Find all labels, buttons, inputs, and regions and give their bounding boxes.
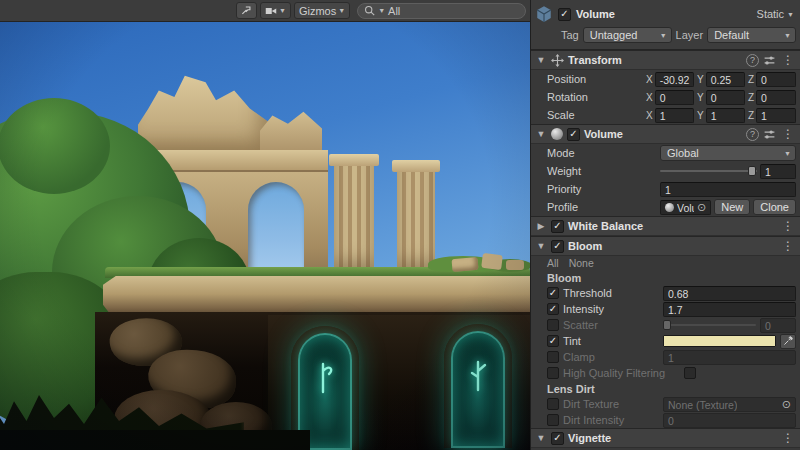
position-z-field[interactable]: 0 — [756, 72, 796, 87]
tree-canopy-top — [0, 98, 110, 194]
dirt-intensity-override-checkbox[interactable]: ✓ — [547, 414, 559, 426]
volume-title[interactable]: Volume — [584, 128, 742, 140]
threshold-override-checkbox[interactable]: ✓ — [547, 287, 559, 299]
axis-y-label: Y — [697, 92, 704, 103]
inspector-panel: ✓ Volume Static ▼ Tag Untagged▼ Layer De… — [530, 0, 800, 450]
foldout-open-icon[interactable]: ▼ — [535, 433, 547, 443]
tag-dropdown[interactable]: Untagged▼ — [583, 27, 672, 43]
stone-ledge — [103, 276, 530, 316]
vignette-enabled-checkbox[interactable]: ✓ — [551, 432, 564, 445]
position-row: Position X-30.92 Y0.25 Z0 — [531, 70, 800, 88]
more-menu-icon[interactable]: ⋮ — [780, 127, 796, 141]
check-icon: ✓ — [553, 221, 561, 231]
presets-icon[interactable] — [763, 128, 776, 141]
vignette-header[interactable]: ▼ ✓ Vignette ⋮ — [531, 428, 800, 448]
mode-dropdown[interactable]: Global▼ — [660, 145, 796, 161]
scene-view[interactable]: ▼ Gizmos ▼ ▼ All — [0, 0, 530, 450]
intensity-field[interactable]: 1.7 — [663, 302, 796, 317]
axis-x-label: X — [646, 74, 653, 85]
transform-title[interactable]: Transform — [568, 54, 742, 66]
scene-viewport[interactable] — [0, 0, 530, 450]
bloom-title[interactable]: Bloom — [568, 240, 776, 252]
priority-label: Priority — [547, 183, 657, 195]
axis-y-label: Y — [697, 74, 704, 85]
white-balance-header[interactable]: ▶ ✓ White Balance ⋮ — [531, 216, 800, 236]
help-icon[interactable]: ? — [746, 128, 759, 141]
axis-z-label: Z — [748, 92, 754, 103]
position-y-field[interactable]: 0.25 — [706, 72, 745, 87]
help-icon[interactable]: ? — [746, 54, 759, 67]
check-icon: ✓ — [549, 304, 557, 314]
dirt-texture-object-field: None (Texture) ⊙ — [663, 397, 796, 412]
scale-y-field[interactable]: 1 — [706, 108, 745, 123]
scatter-override-checkbox[interactable]: ✓ — [547, 319, 559, 331]
volume-enabled-checkbox[interactable]: ✓ — [567, 128, 580, 141]
high-quality-filtering-row: ✓ High Quality Filtering ✓ — [531, 365, 800, 381]
new-profile-button[interactable]: New — [714, 199, 750, 215]
volume-component-header[interactable]: ▼ ✓ Volume ? ⋮ — [531, 124, 800, 144]
clamp-override-checkbox[interactable]: ✓ — [547, 351, 559, 363]
slider-thumb[interactable] — [748, 166, 756, 176]
all-button[interactable]: All — [547, 257, 559, 269]
white-balance-title[interactable]: White Balance — [568, 220, 776, 232]
rotation-z-field[interactable]: 0 — [756, 90, 796, 105]
vignette-title[interactable]: Vignette — [568, 432, 776, 444]
more-menu-icon[interactable]: ⋮ — [780, 219, 796, 233]
weight-slider[interactable] — [660, 164, 757, 178]
active-checkbox[interactable]: ✓ — [558, 8, 571, 21]
mode-label: Mode — [547, 147, 657, 159]
gizmos-dropdown[interactable]: Gizmos ▼ — [294, 2, 350, 19]
stone-column-right-1 — [334, 166, 374, 278]
tint-color-swatch[interactable] — [663, 335, 776, 347]
check-icon: ✓ — [553, 433, 561, 443]
foreground-dark-strip — [0, 430, 310, 450]
scene-tools-button[interactable] — [236, 2, 257, 19]
search-value: All — [388, 5, 519, 17]
foldout-closed-icon[interactable]: ▶ — [535, 221, 547, 231]
threshold-field[interactable]: 0.68 — [663, 286, 796, 301]
scale-z-field[interactable]: 1 — [756, 108, 796, 123]
weight-field[interactable]: 1 — [760, 164, 796, 179]
layer-dropdown[interactable]: Default▼ — [707, 27, 796, 43]
weight-label: Weight — [547, 165, 657, 177]
bloom-enabled-checkbox[interactable]: ✓ — [551, 240, 564, 253]
presets-icon[interactable] — [763, 54, 776, 67]
hqf-override-checkbox[interactable]: ✓ — [547, 367, 559, 379]
more-menu-icon[interactable]: ⋮ — [780, 53, 796, 67]
foldout-open-icon[interactable]: ▼ — [535, 241, 547, 251]
check-icon: ✓ — [686, 368, 694, 378]
scale-x-field[interactable]: 1 — [655, 108, 694, 123]
weight-row: Weight 1 — [531, 162, 800, 180]
axis-x-label: X — [646, 92, 653, 103]
hqf-value-checkbox: ✓ — [684, 367, 696, 379]
scatter-field: 0 — [760, 318, 796, 333]
transform-header[interactable]: ▼ Transform ? ⋮ — [531, 50, 800, 70]
eyedropper-icon[interactable] — [780, 334, 796, 349]
scene-camera-button[interactable]: ▼ — [260, 2, 291, 19]
object-picker-icon[interactable]: ⊙ — [697, 201, 706, 214]
bloom-header[interactable]: ▼ ✓ Bloom ⋮ — [531, 236, 800, 256]
tint-override-checkbox[interactable]: ✓ — [547, 335, 559, 347]
profile-object-field[interactable]: Volume_Gl ⊙ — [660, 200, 711, 215]
slider-thumb — [663, 320, 671, 330]
intensity-override-checkbox[interactable]: ✓ — [547, 303, 559, 315]
dirt-texture-override-checkbox[interactable]: ✓ — [547, 398, 559, 410]
rotation-y-field[interactable]: 0 — [706, 90, 745, 105]
more-menu-icon[interactable]: ⋮ — [780, 431, 796, 445]
priority-field[interactable]: 1 — [660, 182, 796, 197]
axis-x-label: X — [646, 110, 653, 121]
lens-dirt-group-label: Lens Dirt — [531, 381, 800, 396]
static-dropdown[interactable]: Static ▼ — [755, 8, 796, 20]
intensity-label: Intensity — [563, 303, 659, 315]
rotation-x-field[interactable]: 0 — [655, 90, 694, 105]
position-x-field[interactable]: -30.92 — [655, 72, 694, 87]
more-menu-icon[interactable]: ⋮ — [780, 239, 796, 253]
gameobject-name[interactable]: Volume — [576, 8, 750, 20]
priority-row: Priority 1 — [531, 180, 800, 198]
clone-profile-button[interactable]: Clone — [753, 199, 796, 215]
white-balance-enabled-checkbox[interactable]: ✓ — [551, 220, 564, 233]
none-button[interactable]: None — [569, 257, 594, 269]
foldout-open-icon[interactable]: ▼ — [535, 129, 547, 139]
scene-search-input[interactable]: ▼ All — [357, 3, 526, 19]
foldout-open-icon[interactable]: ▼ — [535, 55, 547, 65]
